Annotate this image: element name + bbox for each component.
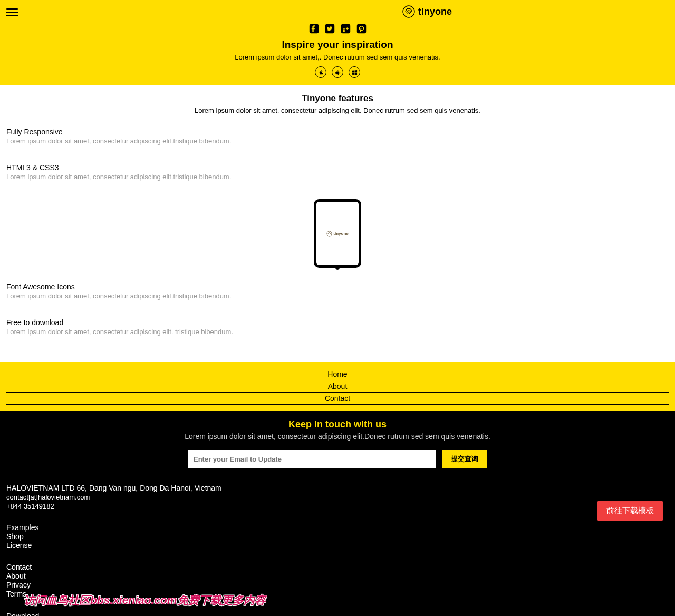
- apple-icon[interactable]: [315, 66, 326, 78]
- feature-desc: Lorem ipsum dolor sit amet, consectetur …: [6, 328, 669, 336]
- windows-icon[interactable]: [349, 66, 360, 78]
- logo[interactable]: tinyone: [186, 0, 669, 21]
- footer-title: Keep in touch with us: [6, 419, 669, 430]
- footer-link[interactable]: Privacy: [6, 581, 669, 590]
- footer-link[interactable]: Shop: [6, 532, 669, 541]
- submit-button[interactable]: 提交查询: [442, 450, 487, 468]
- footer-link-group-3: Download Support Documents: [6, 612, 669, 616]
- feature-desc: Lorem ipsum dolor sit amet, consectetur …: [6, 137, 669, 145]
- watermark-text: 访问血鸟社区bbs.xieniao.com免费下载更多内容: [24, 593, 266, 608]
- footer-link[interactable]: License: [6, 541, 669, 550]
- feature-item: Free to download Lorem ipsum dolor sit a…: [0, 318, 675, 336]
- feature-desc: Lorem ipsum dolor sit amet, consectetur …: [6, 173, 669, 181]
- footer-link[interactable]: Examples: [6, 523, 669, 532]
- hamburger-menu-icon[interactable]: [6, 7, 18, 18]
- feature-title: Fully Responsive: [6, 128, 669, 136]
- svg-point-7: [327, 231, 332, 236]
- feature-desc: Lorem ipsum dolor sit amet, consectetur …: [6, 292, 669, 300]
- nav-link-about[interactable]: About: [6, 380, 669, 393]
- email-input[interactable]: [188, 450, 436, 468]
- device-mockup: tinyone: [0, 199, 675, 268]
- logo-text: tinyone: [418, 6, 452, 17]
- social-icons-row: g+: [6, 23, 669, 34]
- google-plus-icon[interactable]: g+: [340, 23, 351, 34]
- feature-title: HTML3 & CSS3: [6, 163, 669, 172]
- footer-link[interactable]: About: [6, 572, 669, 581]
- facebook-icon[interactable]: [308, 23, 319, 34]
- features-subtitle: Lorem ipsum dolor sit amet, consectetur …: [0, 106, 675, 114]
- platform-icons-row: [6, 66, 669, 78]
- features-section: Tinyone features Lorem ipsum dolor sit a…: [0, 85, 675, 362]
- nav-band: Home About Contact: [0, 362, 675, 411]
- footer: Keep in touch with us Lorem ipsum dolor …: [0, 411, 675, 616]
- feature-item: Font Awesome Icons Lorem ipsum dolor sit…: [0, 282, 675, 300]
- newsletter-form: 提交查询: [6, 450, 669, 468]
- pinterest-icon[interactable]: [356, 23, 367, 34]
- device-logo-text: tinyone: [333, 231, 348, 236]
- hero-section: tinyone g+ Inspire your inspiration Lore…: [0, 0, 675, 85]
- footer-link[interactable]: Contact: [6, 563, 669, 572]
- nav-link-contact[interactable]: Contact: [6, 393, 669, 405]
- svg-point-0: [403, 6, 414, 17]
- company-email: contact[at]halovietnam.com: [6, 493, 669, 501]
- hero-subline: Lorem ipsum dolor sit amet,. Donec rutru…: [6, 53, 669, 61]
- feature-title: Font Awesome Icons: [6, 282, 669, 291]
- fingerprint-icon: [402, 5, 415, 18]
- fingerprint-icon: [326, 231, 332, 237]
- hero-headline: Inspire your inspiration: [6, 39, 669, 51]
- company-address: HALOVIETNAM LTD 66, Dang Van ngu, Dong D…: [6, 484, 669, 492]
- svg-rect-5: [356, 24, 365, 33]
- company-phone: +844 35149182: [6, 502, 669, 510]
- svg-text:g+: g+: [342, 25, 349, 31]
- feature-item: HTML3 & CSS3 Lorem ipsum dolor sit amet,…: [0, 163, 675, 181]
- twitter-icon[interactable]: [324, 23, 335, 34]
- download-template-button[interactable]: 前往下载模板: [597, 501, 663, 521]
- features-title: Tinyone features: [0, 93, 675, 104]
- feature-item: Fully Responsive Lorem ipsum dolor sit a…: [0, 128, 675, 145]
- footer-link[interactable]: Download: [6, 612, 669, 616]
- nav-link-home[interactable]: Home: [6, 368, 669, 380]
- android-icon[interactable]: [332, 66, 343, 78]
- footer-subtitle: Lorem ipsum dolor sit amet, consectetur …: [6, 432, 669, 441]
- feature-title: Free to download: [6, 318, 669, 327]
- footer-link-group-1: Examples Shop License: [6, 523, 669, 550]
